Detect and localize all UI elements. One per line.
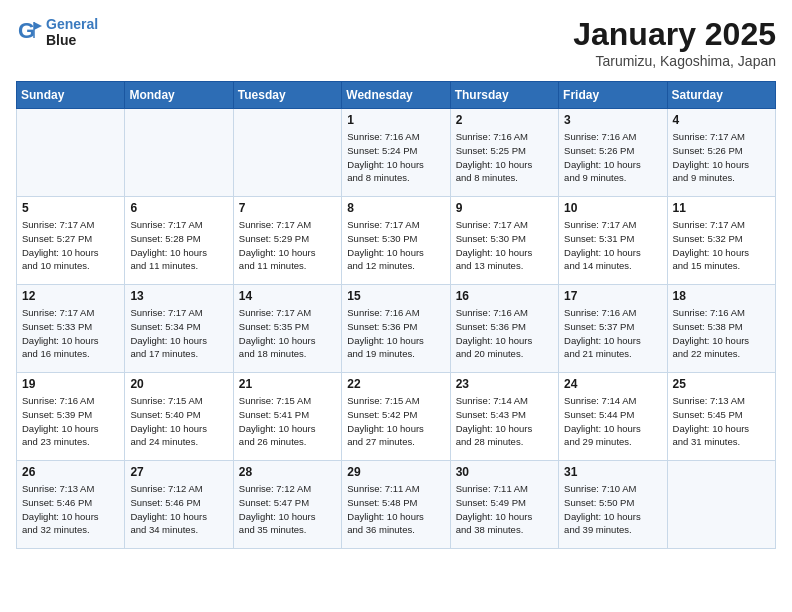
day-number: 4 — [673, 113, 770, 127]
day-number: 3 — [564, 113, 661, 127]
calendar-cell — [233, 109, 341, 197]
day-info: Sunrise: 7:11 AM Sunset: 5:48 PM Dayligh… — [347, 482, 444, 537]
calendar-cell: 21Sunrise: 7:15 AM Sunset: 5:41 PM Dayli… — [233, 373, 341, 461]
day-number: 6 — [130, 201, 227, 215]
day-info: Sunrise: 7:16 AM Sunset: 5:25 PM Dayligh… — [456, 130, 553, 185]
calendar-week-1: 1Sunrise: 7:16 AM Sunset: 5:24 PM Daylig… — [17, 109, 776, 197]
day-number: 11 — [673, 201, 770, 215]
title-block: January 2025 Tarumizu, Kagoshima, Japan — [573, 16, 776, 69]
day-number: 20 — [130, 377, 227, 391]
calendar-cell: 14Sunrise: 7:17 AM Sunset: 5:35 PM Dayli… — [233, 285, 341, 373]
day-info: Sunrise: 7:13 AM Sunset: 5:45 PM Dayligh… — [673, 394, 770, 449]
calendar-cell: 10Sunrise: 7:17 AM Sunset: 5:31 PM Dayli… — [559, 197, 667, 285]
calendar-cell: 13Sunrise: 7:17 AM Sunset: 5:34 PM Dayli… — [125, 285, 233, 373]
calendar-cell — [17, 109, 125, 197]
day-number: 29 — [347, 465, 444, 479]
day-info: Sunrise: 7:10 AM Sunset: 5:50 PM Dayligh… — [564, 482, 661, 537]
calendar-cell: 4Sunrise: 7:17 AM Sunset: 5:26 PM Daylig… — [667, 109, 775, 197]
calendar-body: 1Sunrise: 7:16 AM Sunset: 5:24 PM Daylig… — [17, 109, 776, 549]
day-number: 24 — [564, 377, 661, 391]
day-number: 1 — [347, 113, 444, 127]
column-header-saturday: Saturday — [667, 82, 775, 109]
calendar-week-4: 19Sunrise: 7:16 AM Sunset: 5:39 PM Dayli… — [17, 373, 776, 461]
day-number: 7 — [239, 201, 336, 215]
column-header-sunday: Sunday — [17, 82, 125, 109]
day-info: Sunrise: 7:16 AM Sunset: 5:36 PM Dayligh… — [347, 306, 444, 361]
calendar-cell: 6Sunrise: 7:17 AM Sunset: 5:28 PM Daylig… — [125, 197, 233, 285]
calendar-cell: 24Sunrise: 7:14 AM Sunset: 5:44 PM Dayli… — [559, 373, 667, 461]
calendar-cell: 3Sunrise: 7:16 AM Sunset: 5:26 PM Daylig… — [559, 109, 667, 197]
day-info: Sunrise: 7:15 AM Sunset: 5:41 PM Dayligh… — [239, 394, 336, 449]
day-number: 14 — [239, 289, 336, 303]
calendar-cell: 15Sunrise: 7:16 AM Sunset: 5:36 PM Dayli… — [342, 285, 450, 373]
day-number: 28 — [239, 465, 336, 479]
calendar-cell: 18Sunrise: 7:16 AM Sunset: 5:38 PM Dayli… — [667, 285, 775, 373]
calendar-cell: 29Sunrise: 7:11 AM Sunset: 5:48 PM Dayli… — [342, 461, 450, 549]
day-info: Sunrise: 7:16 AM Sunset: 5:36 PM Dayligh… — [456, 306, 553, 361]
calendar-cell: 8Sunrise: 7:17 AM Sunset: 5:30 PM Daylig… — [342, 197, 450, 285]
svg-text:G: G — [18, 18, 35, 43]
calendar-cell: 20Sunrise: 7:15 AM Sunset: 5:40 PM Dayli… — [125, 373, 233, 461]
day-info: Sunrise: 7:15 AM Sunset: 5:42 PM Dayligh… — [347, 394, 444, 449]
day-info: Sunrise: 7:17 AM Sunset: 5:35 PM Dayligh… — [239, 306, 336, 361]
day-number: 15 — [347, 289, 444, 303]
day-number: 19 — [22, 377, 119, 391]
day-info: Sunrise: 7:14 AM Sunset: 5:44 PM Dayligh… — [564, 394, 661, 449]
day-info: Sunrise: 7:14 AM Sunset: 5:43 PM Dayligh… — [456, 394, 553, 449]
day-info: Sunrise: 7:15 AM Sunset: 5:40 PM Dayligh… — [130, 394, 227, 449]
day-number: 10 — [564, 201, 661, 215]
day-number: 18 — [673, 289, 770, 303]
calendar-cell: 26Sunrise: 7:13 AM Sunset: 5:46 PM Dayli… — [17, 461, 125, 549]
day-info: Sunrise: 7:17 AM Sunset: 5:26 PM Dayligh… — [673, 130, 770, 185]
calendar-cell: 16Sunrise: 7:16 AM Sunset: 5:36 PM Dayli… — [450, 285, 558, 373]
calendar-cell: 19Sunrise: 7:16 AM Sunset: 5:39 PM Dayli… — [17, 373, 125, 461]
day-number: 31 — [564, 465, 661, 479]
day-info: Sunrise: 7:17 AM Sunset: 5:31 PM Dayligh… — [564, 218, 661, 273]
day-number: 17 — [564, 289, 661, 303]
calendar-cell: 28Sunrise: 7:12 AM Sunset: 5:47 PM Dayli… — [233, 461, 341, 549]
day-number: 27 — [130, 465, 227, 479]
logo-line1: General — [46, 16, 98, 32]
calendar-cell: 27Sunrise: 7:12 AM Sunset: 5:46 PM Dayli… — [125, 461, 233, 549]
day-number: 30 — [456, 465, 553, 479]
calendar-cell — [667, 461, 775, 549]
calendar-cell — [125, 109, 233, 197]
day-info: Sunrise: 7:17 AM Sunset: 5:29 PM Dayligh… — [239, 218, 336, 273]
day-info: Sunrise: 7:17 AM Sunset: 5:32 PM Dayligh… — [673, 218, 770, 273]
calendar-week-2: 5Sunrise: 7:17 AM Sunset: 5:27 PM Daylig… — [17, 197, 776, 285]
day-number: 5 — [22, 201, 119, 215]
column-header-tuesday: Tuesday — [233, 82, 341, 109]
day-number: 21 — [239, 377, 336, 391]
calendar-table: SundayMondayTuesdayWednesdayThursdayFrid… — [16, 81, 776, 549]
day-number: 16 — [456, 289, 553, 303]
day-info: Sunrise: 7:16 AM Sunset: 5:38 PM Dayligh… — [673, 306, 770, 361]
calendar-cell: 31Sunrise: 7:10 AM Sunset: 5:50 PM Dayli… — [559, 461, 667, 549]
calendar-cell: 2Sunrise: 7:16 AM Sunset: 5:25 PM Daylig… — [450, 109, 558, 197]
day-info: Sunrise: 7:11 AM Sunset: 5:49 PM Dayligh… — [456, 482, 553, 537]
day-number: 13 — [130, 289, 227, 303]
page-header: G General Blue January 2025 Tarumizu, Ka… — [16, 16, 776, 69]
calendar-week-5: 26Sunrise: 7:13 AM Sunset: 5:46 PM Dayli… — [17, 461, 776, 549]
day-number: 26 — [22, 465, 119, 479]
column-header-friday: Friday — [559, 82, 667, 109]
column-header-monday: Monday — [125, 82, 233, 109]
day-info: Sunrise: 7:12 AM Sunset: 5:47 PM Dayligh… — [239, 482, 336, 537]
day-number: 22 — [347, 377, 444, 391]
day-info: Sunrise: 7:17 AM Sunset: 5:30 PM Dayligh… — [347, 218, 444, 273]
calendar-cell: 7Sunrise: 7:17 AM Sunset: 5:29 PM Daylig… — [233, 197, 341, 285]
calendar-cell: 9Sunrise: 7:17 AM Sunset: 5:30 PM Daylig… — [450, 197, 558, 285]
day-info: Sunrise: 7:12 AM Sunset: 5:46 PM Dayligh… — [130, 482, 227, 537]
calendar-header-row: SundayMondayTuesdayWednesdayThursdayFrid… — [17, 82, 776, 109]
calendar-cell: 12Sunrise: 7:17 AM Sunset: 5:33 PM Dayli… — [17, 285, 125, 373]
day-info: Sunrise: 7:16 AM Sunset: 5:26 PM Dayligh… — [564, 130, 661, 185]
svg-marker-1 — [34, 22, 42, 30]
day-info: Sunrise: 7:16 AM Sunset: 5:37 PM Dayligh… — [564, 306, 661, 361]
day-number: 9 — [456, 201, 553, 215]
calendar-cell: 22Sunrise: 7:15 AM Sunset: 5:42 PM Dayli… — [342, 373, 450, 461]
calendar-cell: 23Sunrise: 7:14 AM Sunset: 5:43 PM Dayli… — [450, 373, 558, 461]
day-info: Sunrise: 7:17 AM Sunset: 5:27 PM Dayligh… — [22, 218, 119, 273]
day-info: Sunrise: 7:16 AM Sunset: 5:39 PM Dayligh… — [22, 394, 119, 449]
column-header-wednesday: Wednesday — [342, 82, 450, 109]
logo-line2: Blue — [46, 32, 76, 48]
column-header-thursday: Thursday — [450, 82, 558, 109]
